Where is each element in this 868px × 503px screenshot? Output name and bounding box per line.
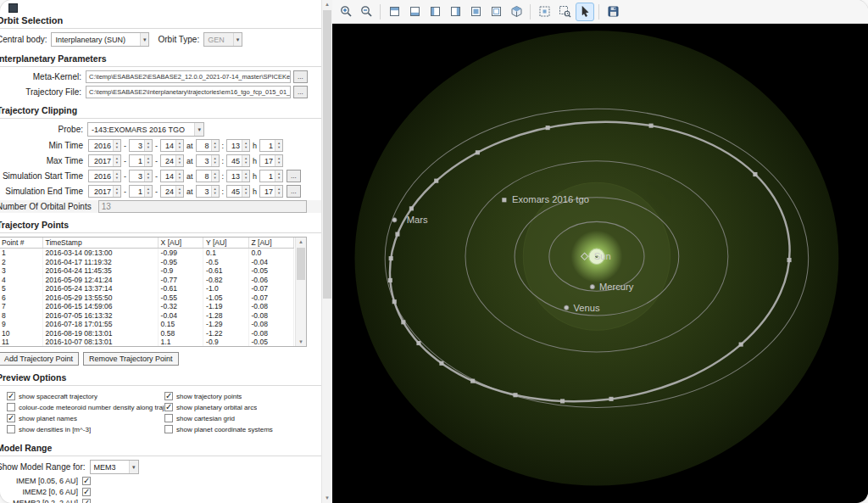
view-top-icon[interactable] xyxy=(385,3,403,21)
spinner-arrows-icon[interactable]: ▴▾ xyxy=(175,155,183,166)
spinner-arrows-icon[interactable]: ▴▾ xyxy=(175,186,183,197)
view-back-icon[interactable] xyxy=(487,3,505,21)
checkbox[interactable] xyxy=(82,499,91,503)
trajectory-point-marker[interactable] xyxy=(546,126,550,130)
trajectory-point-marker[interactable] xyxy=(470,379,475,383)
scroll-up-icon[interactable]: ▲ xyxy=(296,238,306,246)
checkbox[interactable] xyxy=(7,403,15,411)
mercury-marker[interactable] xyxy=(590,284,594,288)
probe-select[interactable]: -143:EXOMARS 2016 TGO ▾ xyxy=(87,122,204,137)
time-browse-button[interactable]: ... xyxy=(287,185,301,198)
time-spinner[interactable]: 17▴▾ xyxy=(259,154,283,167)
model-range-item[interactable]: MEMR2 [0.2, 2 AU] xyxy=(0,499,322,503)
view-bottom-icon[interactable] xyxy=(405,3,424,21)
view-left-icon[interactable] xyxy=(426,3,444,21)
checkbox[interactable] xyxy=(7,392,15,400)
spinner-arrows-icon[interactable]: ▴▾ xyxy=(144,140,152,151)
spinner-arrows-icon[interactable]: ▴▾ xyxy=(211,155,219,166)
spinner-arrows-icon[interactable]: ▴▾ xyxy=(242,170,249,182)
spinner-arrows-icon[interactable]: ▴▾ xyxy=(242,186,249,197)
checkbox[interactable] xyxy=(82,488,91,496)
spinner-arrows-icon[interactable]: ▴▾ xyxy=(113,155,120,166)
time-spinner[interactable]: 3▴▾ xyxy=(129,139,153,152)
preview-option[interactable]: show planet coordinate systems xyxy=(164,425,322,433)
model-range-select[interactable]: MEM3 ▾ xyxy=(90,460,139,474)
table-row[interactable]: 12016-03-14 09:13:00-0.990.10.0 xyxy=(0,249,294,258)
table-row[interactable]: 82016-07-05 16:13:32-0.04-1.28-0.08 xyxy=(0,311,294,321)
scrollbar-thumb[interactable] xyxy=(323,10,331,299)
trajectory-point-marker[interactable] xyxy=(392,299,397,304)
time-spinner[interactable]: 8▴▾ xyxy=(196,170,220,182)
table-scrollbar[interactable]: ▲ ▼ xyxy=(295,238,306,346)
spinner-arrows-icon[interactable]: ▴▾ xyxy=(211,186,219,197)
time-spinner[interactable]: 3▴▾ xyxy=(196,154,220,167)
panel-scrollbar[interactable]: ▲ ▼ xyxy=(321,0,332,503)
time-spinner[interactable]: 2017▴▾ xyxy=(88,185,121,198)
time-spinner[interactable]: 2016▴▾ xyxy=(88,170,121,182)
spinner-arrows-icon[interactable]: ▴▾ xyxy=(242,155,249,166)
spinner-arrows-icon[interactable]: ▴▾ xyxy=(275,170,282,182)
checkbox[interactable] xyxy=(164,403,173,411)
trajectory-point-marker[interactable] xyxy=(388,278,392,282)
scrollbar-thumb[interactable] xyxy=(297,248,305,280)
preview-option[interactable]: show densities in [m^-3] xyxy=(7,425,164,433)
column-header[interactable]: Point # xyxy=(0,238,42,249)
trajectory-point-marker[interactable] xyxy=(395,232,399,237)
trajectory-point-marker[interactable] xyxy=(409,206,414,210)
time-spinner[interactable]: 1▴▾ xyxy=(129,185,153,198)
view-right-icon[interactable] xyxy=(446,3,465,21)
view-front-icon[interactable] xyxy=(466,3,485,21)
spinner-arrows-icon[interactable]: ▴▾ xyxy=(211,140,219,151)
time-spinner[interactable]: 45▴▾ xyxy=(226,154,250,167)
trajectory-point-marker[interactable] xyxy=(389,256,393,260)
add-trajectory-point-button[interactable]: Add Trajectory Point xyxy=(0,352,79,366)
time-spinner[interactable]: 8▴▾ xyxy=(196,139,220,152)
trajectory-point-marker[interactable] xyxy=(439,361,443,366)
trajectory-point-marker[interactable] xyxy=(609,397,613,401)
spinner-arrows-icon[interactable]: ▴▾ xyxy=(211,170,219,182)
time-spinner[interactable]: 24▴▾ xyxy=(160,185,184,198)
scroll-down-icon[interactable]: ▼ xyxy=(322,494,332,503)
trajectory-file-field[interactable]: C:\temp\ESABASE2\Interplanetary\trajecto… xyxy=(86,86,291,98)
time-spinner[interactable]: 3▴▾ xyxy=(129,170,153,182)
spinner-arrows-icon[interactable]: ▴▾ xyxy=(113,140,120,151)
time-spinner[interactable]: 14▴▾ xyxy=(160,170,184,182)
trajectory-point-marker[interactable] xyxy=(416,341,420,345)
table-row[interactable]: 22016-04-17 11:19:32-0.95-0.5-0.04 xyxy=(0,258,294,267)
time-spinner[interactable]: 13▴▾ xyxy=(226,170,250,182)
mars-marker[interactable] xyxy=(392,218,397,222)
central-body-select[interactable]: Interplanetary (SUN) ▾ xyxy=(51,32,149,47)
orbit-visualization[interactable]: MarsExomars 2016 tgoSunMercuryVenus xyxy=(332,24,868,503)
trajectory-point-marker[interactable] xyxy=(434,179,438,183)
trajectory-point-marker[interactable] xyxy=(787,258,791,262)
trajectory-point-marker[interactable] xyxy=(476,150,480,154)
zoom-in-icon[interactable] xyxy=(337,3,355,21)
table-row[interactable]: 72016-06-15 14:59:06-0.32-1.19-0.08 xyxy=(0,302,294,311)
spinner-arrows-icon[interactable]: ▴▾ xyxy=(275,186,282,197)
time-spinner[interactable]: 2017▴▾ xyxy=(88,154,121,167)
scroll-up-icon[interactable]: ▲ xyxy=(322,0,332,9)
checkbox[interactable] xyxy=(164,392,173,400)
time-spinner[interactable]: 14▴▾ xyxy=(160,139,184,152)
venus-marker[interactable] xyxy=(565,305,569,310)
spinner-arrows-icon[interactable]: ▴▾ xyxy=(242,140,249,151)
column-header[interactable]: Z [AU] xyxy=(248,238,293,249)
orbit-type-select[interactable]: GEN ▾ xyxy=(203,32,242,47)
remove-trajectory-point-button[interactable]: Remove Trajectory Point xyxy=(83,352,179,366)
zoom-region-icon[interactable] xyxy=(555,3,574,21)
time-browse-button[interactable]: ... xyxy=(287,170,301,182)
preview-option[interactable]: show trajectory points xyxy=(164,392,322,400)
table-row[interactable]: 62016-05-29 13:55:50-0.55-1.05-0.07 xyxy=(0,293,294,303)
zoom-out-icon[interactable] xyxy=(357,3,376,21)
time-spinner[interactable]: 1▴▾ xyxy=(259,170,283,182)
checkbox[interactable] xyxy=(7,425,15,433)
table-row[interactable]: 102016-08-19 08:13:010.58-1.22-0.08 xyxy=(0,329,294,338)
spinner-arrows-icon[interactable]: ▴▾ xyxy=(275,155,282,166)
trajectory-point-marker[interactable] xyxy=(739,343,743,347)
scroll-down-icon[interactable]: ▼ xyxy=(296,338,306,346)
spinner-arrows-icon[interactable]: ▴▾ xyxy=(144,155,152,166)
preview-option[interactable]: show cartesian grid xyxy=(164,414,322,422)
table-row[interactable]: 112016-10-07 08:13:011.1-0.9-0.05 xyxy=(0,338,294,347)
time-spinner[interactable]: 17▴▾ xyxy=(259,185,283,198)
checkbox[interactable] xyxy=(164,425,173,433)
